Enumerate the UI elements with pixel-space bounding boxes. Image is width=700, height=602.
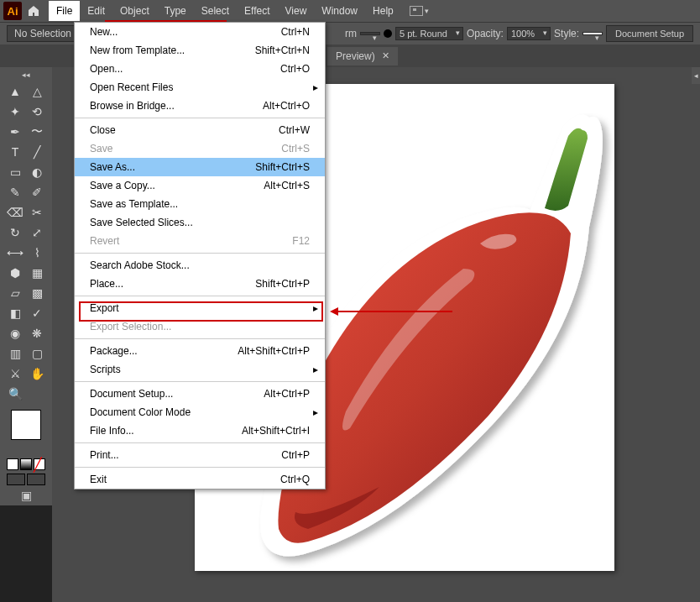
menu-type[interactable]: Type <box>157 1 194 21</box>
menu-edit[interactable]: Edit <box>80 1 112 21</box>
style-label: Style: <box>554 28 579 39</box>
menu-separator <box>75 467 325 468</box>
chevron-down-icon[interactable]: ▾ <box>425 7 429 15</box>
file-menu-exit[interactable]: ExitCtrl+Q <box>75 470 325 489</box>
file-menu-place[interactable]: Place...Shift+Ctrl+P <box>75 275 325 293</box>
menu-separator <box>75 118 325 118</box>
document-tab-label: Preview) <box>336 50 375 62</box>
direct-selection-tool[interactable]: △ <box>27 82 47 101</box>
file-menu-scripts[interactable]: Scripts <box>75 360 325 379</box>
shape-tool[interactable]: ◐ <box>27 163 47 181</box>
draw-mode-behind[interactable] <box>27 474 45 485</box>
zoom-tool[interactable]: 🔍 <box>5 385 25 403</box>
scale-tool[interactable]: ⤢ <box>27 223 47 242</box>
file-menu-export-selection: Export Selection... <box>75 317 325 336</box>
color-swatch-none[interactable]: ╱ <box>34 458 45 470</box>
graph-tool[interactable]: ▥ <box>5 344 25 363</box>
workspace-switcher-icon[interactable] <box>410 6 423 16</box>
file-menu-save: SaveCtrl+S <box>75 139 325 158</box>
perspective-tool[interactable]: ▱ <box>5 284 25 302</box>
hand-tool[interactable]: ✋ <box>27 364 47 383</box>
screen-mode-icon[interactable]: ▣ <box>21 489 32 502</box>
gradient-tool[interactable]: ◧ <box>5 304 25 322</box>
file-menu-save-as[interactable]: Save As...Shift+Ctrl+S <box>75 158 325 176</box>
file-menu-revert: RevertF12 <box>75 232 325 250</box>
panel-collapse-icon[interactable]: ◂◂ <box>0 71 52 79</box>
selection-tool[interactable]: ▲ <box>5 82 25 101</box>
app-logo: Ai <box>3 2 22 20</box>
magic-wand-tool[interactable]: ✦ <box>5 102 25 121</box>
menu-separator <box>75 253 325 254</box>
shaper-tool[interactable]: ✂ <box>27 203 47 222</box>
file-menu-export[interactable]: Export <box>75 299 325 317</box>
file-menu-browse-in-bridge[interactable]: Browse in Bridge...Alt+Ctrl+O <box>75 97 325 115</box>
opacity-dropdown[interactable]: 100% <box>507 27 551 40</box>
file-menu-print[interactable]: Print...Ctrl+P <box>75 446 325 464</box>
fill-swatch[interactable] <box>11 410 41 440</box>
lasso-tool[interactable]: ⟲ <box>27 102 47 121</box>
slice-tool[interactable]: ⚔ <box>5 364 25 383</box>
file-menu-new-from-template[interactable]: New from Template...Shift+Ctrl+N <box>75 41 325 60</box>
file-menu-new[interactable]: New...Ctrl+N <box>75 23 325 41</box>
file-menu-save-a-copy[interactable]: Save a Copy...Alt+Ctrl+S <box>75 176 325 195</box>
file-menu-save-as-template[interactable]: Save as Template... <box>75 195 325 213</box>
pen-tool[interactable]: ✒ <box>5 123 25 141</box>
file-menu-open-recent-files[interactable]: Open Recent Files <box>75 78 325 97</box>
file-menu-document-color-mode[interactable]: Document Color Mode <box>75 403 325 421</box>
brush-dot-icon <box>384 29 392 38</box>
stroke-dropdown[interactable] <box>360 32 380 35</box>
warp-tool[interactable]: ⌇ <box>27 243 47 262</box>
paintbrush-tool[interactable]: ✎ <box>5 183 25 202</box>
brush-dropdown[interactable]: 5 pt. Round <box>395 27 463 40</box>
line-tool[interactable]: ╱ <box>27 143 47 161</box>
menu-effect[interactable]: Effect <box>237 1 277 21</box>
rectangle-tool[interactable]: ▭ <box>5 163 25 181</box>
pencil-tool[interactable]: ✐ <box>27 183 47 202</box>
selection-status: No Selection <box>7 25 79 42</box>
empty-tool <box>27 385 47 403</box>
color-swatch-white[interactable] <box>7 458 18 470</box>
eraser-tool[interactable]: ⌫ <box>5 203 25 222</box>
menu-file[interactable]: File <box>49 1 80 21</box>
close-icon[interactable]: ✕ <box>382 50 389 61</box>
file-menu-save-selected-slices[interactable]: Save Selected Slices... <box>75 213 325 232</box>
menu-separator <box>75 296 325 296</box>
rotate-tool[interactable]: ↻ <box>5 223 25 242</box>
symbol-tool[interactable]: ❋ <box>27 324 47 343</box>
annotation-arrow <box>337 311 452 312</box>
home-icon[interactable] <box>27 4 40 18</box>
menu-help[interactable]: Help <box>365 1 401 21</box>
document-tab[interactable]: Preview) ✕ <box>327 47 398 65</box>
file-menu-dropdown: New...Ctrl+NNew from Template...Shift+Ct… <box>74 22 326 489</box>
menu-separator <box>75 442 325 443</box>
shape-builder-tool[interactable]: ⬢ <box>5 264 25 282</box>
file-menu-open[interactable]: Open...Ctrl+O <box>75 60 325 78</box>
blend-tool[interactable]: ◉ <box>5 324 25 343</box>
curvature-tool[interactable]: 〜 <box>27 123 47 141</box>
menu-object[interactable]: Object <box>112 1 157 21</box>
document-setup-button[interactable]: Document Setup <box>606 25 693 42</box>
menubar: File Edit Object Type Select Effect View… <box>49 1 401 21</box>
file-menu-search-adobe-stock[interactable]: Search Adobe Stock... <box>75 256 325 275</box>
draw-mode-normal[interactable] <box>7 474 25 485</box>
tools-panel: ◂◂ ▲△ ✦⟲ ✒〜 T╱ ▭◐ ✎✐ ⌫✂ ↻⤢ ⟷⌇ ⬢▦ ▱▩ ◧✓ ◉… <box>0 67 52 505</box>
artboard-tool[interactable]: ▢ <box>27 344 47 363</box>
menu-view[interactable]: View <box>278 1 315 21</box>
file-menu-close[interactable]: CloseCtrl+W <box>75 121 325 139</box>
free-transform-tool[interactable]: ▦ <box>27 264 47 282</box>
file-menu-package[interactable]: Package...Alt+Shift+Ctrl+P <box>75 342 325 360</box>
menu-separator <box>75 338 325 339</box>
style-dropdown[interactable] <box>582 32 603 35</box>
menu-select[interactable]: Select <box>194 1 237 21</box>
width-tool[interactable]: ⟷ <box>5 243 25 262</box>
mesh-tool[interactable]: ▩ <box>27 284 47 302</box>
eyedropper-tool[interactable]: ✓ <box>27 304 47 322</box>
opacity-label: Opacity: <box>467 28 504 39</box>
file-menu-file-info[interactable]: File Info...Alt+Shift+Ctrl+I <box>75 421 325 440</box>
color-swatch-gradient[interactable] <box>20 458 32 470</box>
menu-window[interactable]: Window <box>314 1 365 21</box>
panel-collapse-icon[interactable]: ◂ <box>692 67 700 84</box>
type-tool[interactable]: T <box>5 143 25 161</box>
control-label: rm <box>345 28 357 39</box>
file-menu-document-setup[interactable]: Document Setup...Alt+Ctrl+P <box>75 385 325 403</box>
